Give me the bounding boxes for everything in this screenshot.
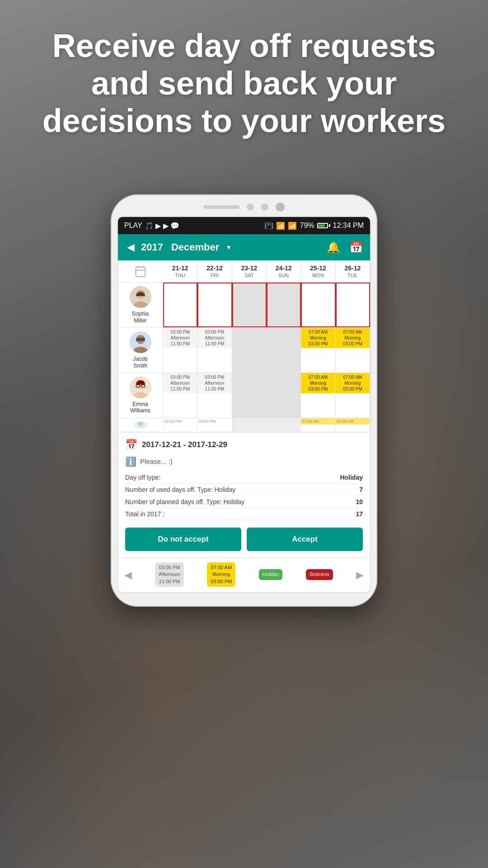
col-header-2: 23-12 SAT	[232, 260, 267, 282]
accept-button[interactable]: Accept	[247, 528, 363, 551]
legend-item-afternoon: 03:00 PMAfternoon11:00 PM	[155, 562, 184, 588]
legend-item-holiday: Holiday	[259, 569, 283, 580]
partial-cell-4: 07:00 AM	[301, 418, 335, 432]
partial-cell-5: 07:00 AM	[336, 418, 370, 432]
info-note-icon: ℹ️	[125, 456, 136, 467]
emma-cell-5[interactable]: 07:00 AMMorning03:00 PM	[336, 373, 370, 418]
date-range-text: 2017-12-21 - 2017-12-29	[142, 440, 227, 449]
action-buttons: Do not accept Accept	[125, 528, 363, 551]
col-header-1: 22-12 FRI	[197, 260, 232, 282]
info-note-text: Please... :)	[140, 458, 173, 465]
jacob-cell-5[interactable]: 07:00 AMMorning03:00 PM	[336, 328, 370, 373]
info-val-total: 17	[356, 510, 363, 518]
signal-bars: 📶	[288, 222, 297, 230]
battery-pct: 79%	[300, 222, 314, 230]
status-bar-left: PLAY 🎵 ▶ ▶ 💬	[124, 222, 179, 230]
reject-button[interactable]: Do not accept	[125, 528, 241, 551]
partial-cell-1: 03:00 PM	[197, 418, 232, 432]
calendar-icon	[118, 260, 163, 282]
partial-cell-0: 03:00 PM	[163, 418, 197, 432]
date-range-icon: 📅	[125, 439, 137, 451]
emp-avatar-sophia	[130, 286, 151, 308]
notification-icon[interactable]: 🔔	[327, 241, 340, 254]
phone-speaker	[203, 205, 239, 209]
calendar-header: 21-12 THU 22-12 FRI 23-12 SAT 24-12 SUN	[118, 260, 370, 283]
status-bar-right: 📳 📶 📶 79% 12:34 PM	[264, 222, 364, 230]
legend-item-sickness: Sickness	[306, 569, 333, 580]
info-note: ℹ️ Please... :)	[125, 456, 363, 467]
employee-row-partial: 03:00 PM 03:00 PM 07:00 AM 07:00 AM	[118, 418, 370, 432]
info-panel: 📅 2017-12-21 - 2017-12-29 ℹ️ Please... :…	[118, 432, 370, 557]
legend-badge-afternoon: 03:00 PMAfternoon11:00 PM	[155, 562, 184, 587]
dropdown-icon[interactable]: ▼	[225, 244, 232, 251]
col-header-4: 25-12 MON	[301, 260, 335, 282]
header-year: 2017	[141, 241, 163, 253]
info-label-used: Number of used days off. Type: Holiday	[125, 486, 236, 493]
app-header: ◀ 2017 December ▼ 🔔 📅	[118, 234, 370, 260]
sophia-cell-0[interactable]	[163, 283, 197, 327]
wifi-icon: 📶	[276, 222, 285, 230]
sophia-cell-3[interactable]	[267, 283, 301, 327]
legend-prev-button[interactable]: ◀	[124, 569, 132, 581]
jacob-cell-1[interactable]: 03:00 PMAfternoon11:00 PM	[197, 328, 232, 373]
legend-bar: ◀ 03:00 PMAfternoon11:00 PM 07:00 AMMorn…	[118, 557, 370, 592]
back-button[interactable]: ◀	[125, 240, 136, 255]
vibrate-icon: 📳	[264, 222, 273, 230]
play-text: PLAY	[124, 222, 142, 230]
svg-rect-0	[136, 267, 145, 277]
legend-next-button[interactable]: ▶	[356, 569, 364, 581]
sophia-cell-2[interactable]	[232, 283, 267, 327]
emp-info-jacob: Jacob Smith	[118, 328, 163, 373]
emp-info-sophia: Sophia Miller	[118, 283, 163, 327]
info-val-type: Holiday	[340, 474, 363, 481]
info-val-used: 7	[359, 486, 363, 493]
info-row-total: Total in 2017 : 17	[125, 508, 363, 520]
info-row-used: Number of used days off. Type: Holiday 7	[125, 484, 363, 496]
emp-name-emma: Emma Williams	[130, 401, 150, 414]
jacob-cell-2[interactable]	[232, 328, 267, 373]
legend-badge-holiday: Holiday	[259, 569, 283, 580]
partial-cell-2	[232, 418, 267, 432]
sophia-cell-1[interactable]	[197, 283, 232, 327]
emp-name-sophia: Sophia Miller	[132, 311, 149, 324]
legend-badge-sickness: Sickness	[306, 569, 333, 580]
emp-avatar-emma	[130, 377, 151, 398]
legend-item-morning: 07:00 AMMorning03:00 PM	[207, 562, 235, 588]
employee-row-jacob: Jacob Smith 03:00 PMAfternoon11:00 PM 03…	[118, 328, 370, 373]
svg-point-13	[137, 341, 139, 343]
add-schedule-icon[interactable]: 📅	[349, 241, 363, 254]
emp-info-partial	[118, 418, 163, 432]
emp-avatar-partial	[134, 422, 147, 428]
partial-cell-3	[267, 418, 301, 432]
sophia-cell-4[interactable]	[301, 283, 335, 327]
emma-cell-0[interactable]: 03:00 PMAfternoon11:00 PM	[163, 373, 197, 418]
emma-cell-1[interactable]: 03:00 PMAfternoon11:00 PM	[197, 373, 232, 418]
headline-text: Receive day off requests and send back y…	[0, 27, 488, 139]
svg-point-14	[142, 341, 144, 343]
col-header-0: 21-12 THU	[163, 260, 197, 282]
jacob-cell-0[interactable]: 03:00 PMAfternoon11:00 PM	[163, 328, 197, 373]
info-row-type: Day off type: Holiday	[125, 472, 363, 484]
emma-cell-2[interactable]	[232, 373, 267, 418]
jacob-cell-4[interactable]: 07:00 AMMorning03:00 PM	[301, 328, 335, 373]
employee-row-sophia: Sophia Miller	[118, 283, 370, 328]
info-label-planned: Number of planned days off. Type: Holida…	[125, 498, 244, 505]
phone-dot-1	[247, 203, 254, 211]
emp-name-jacob: Jacob Smith	[133, 356, 147, 369]
info-row-planned: Number of planned days off. Type: Holida…	[125, 496, 363, 508]
info-label-type: Day off type:	[125, 474, 160, 481]
calendar-section: 21-12 THU 22-12 FRI 23-12 SAT 24-12 SUN	[118, 260, 370, 432]
emp-avatar-jacob	[130, 331, 151, 353]
status-icons: 🎵 ▶ ▶ 💬	[145, 222, 179, 230]
phone-dot-2	[261, 203, 268, 211]
emma-cell-3[interactable]	[267, 373, 301, 418]
emma-cell-4[interactable]: 07:00 AMMorning03:00 PM	[301, 373, 335, 418]
date-range-header: 📅 2017-12-21 - 2017-12-29	[125, 439, 363, 451]
sophia-cell-5[interactable]	[336, 283, 370, 327]
phone-top-bar	[117, 203, 371, 212]
svg-rect-12	[136, 338, 145, 341]
jacob-cell-3[interactable]	[267, 328, 301, 373]
clock: 12:34 PM	[333, 222, 364, 230]
emp-info-emma: Emma Williams	[118, 373, 163, 418]
battery-icon	[317, 223, 330, 228]
